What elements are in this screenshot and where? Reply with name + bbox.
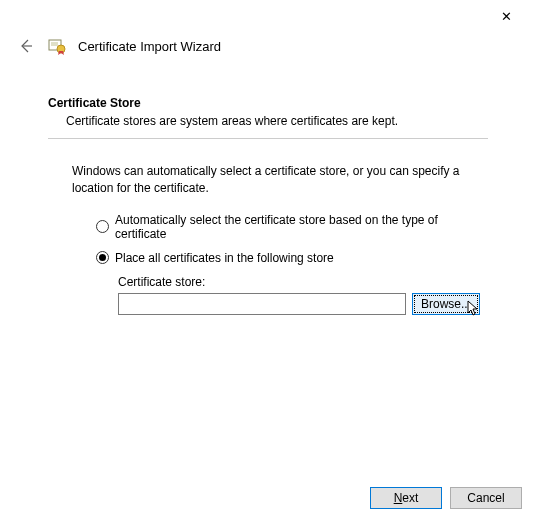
radio-icon: [96, 251, 109, 264]
certificate-store-label: Certificate store:: [118, 275, 488, 289]
radio-auto-label: Automatically select the certificate sto…: [115, 213, 488, 241]
cancel-button[interactable]: Cancel: [450, 487, 522, 509]
divider: [48, 138, 488, 139]
certificate-store-input[interactable]: [118, 293, 406, 315]
certificate-store-block: Certificate store: Browse...: [48, 275, 488, 315]
radio-manual-select[interactable]: Place all certificates in the following …: [96, 251, 488, 265]
browse-button-label: Browse...: [421, 297, 471, 311]
titlebar: ✕: [0, 0, 536, 32]
radio-icon: [96, 220, 109, 233]
section-title: Certificate Store: [48, 96, 488, 110]
radio-group: Automatically select the certificate sto…: [48, 213, 488, 265]
footer-buttons: Next Cancel: [370, 487, 522, 509]
next-button-label: Next: [394, 491, 419, 505]
certificate-store-row: Browse...: [118, 293, 488, 315]
next-button[interactable]: Next: [370, 487, 442, 509]
certificate-icon: [48, 37, 66, 55]
wizard-header: Certificate Import Wizard: [0, 32, 536, 56]
section-description: Certificate stores are system areas wher…: [48, 114, 488, 128]
browse-button[interactable]: Browse...: [412, 293, 480, 315]
cancel-button-label: Cancel: [467, 491, 504, 505]
close-button[interactable]: ✕: [486, 2, 526, 30]
instruction-text: Windows can automatically select a certi…: [48, 163, 488, 197]
back-button[interactable]: [16, 36, 36, 56]
wizard-title: Certificate Import Wizard: [78, 39, 221, 54]
close-icon: ✕: [501, 9, 512, 24]
radio-auto-select[interactable]: Automatically select the certificate sto…: [96, 213, 488, 241]
back-arrow-icon: [18, 38, 34, 54]
content-area: Certificate Store Certificate stores are…: [0, 56, 536, 315]
radio-manual-label: Place all certificates in the following …: [115, 251, 334, 265]
